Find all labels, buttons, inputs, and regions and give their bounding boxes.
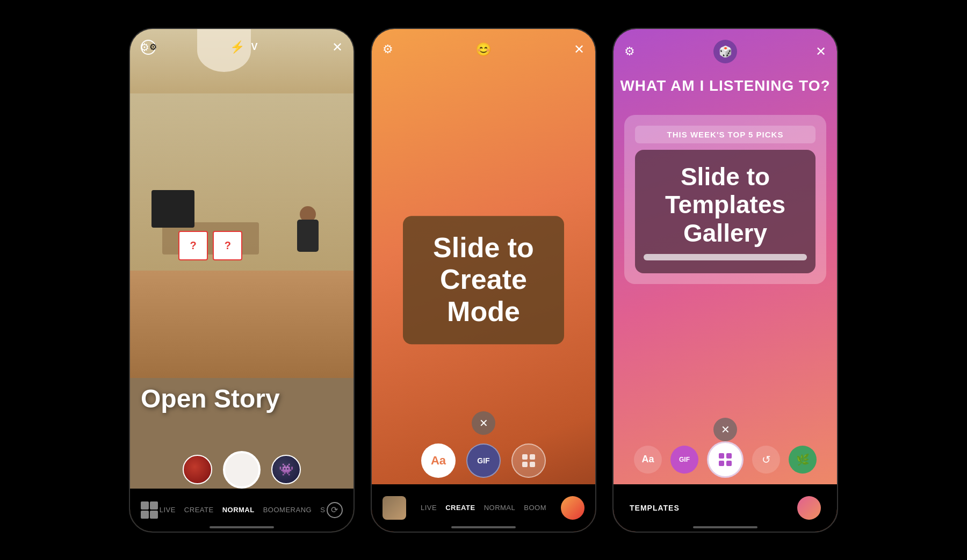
phone-3: ⚙ 🎲 ✕ WHAT AM I LISTENING TO? THIS WEEK'… [612, 28, 838, 533]
phone1-navbar: LIVE CREATE NORMAL BOOMERANG S ⟳ [130, 489, 353, 532]
layout-button[interactable] [511, 443, 546, 478]
what-listening-header: WHAT AM I LISTENING TO? [614, 77, 837, 94]
nav-mode-create[interactable]: CREATE [184, 506, 214, 514]
gif-button[interactable]: GIF [466, 443, 501, 478]
monitor [151, 190, 194, 228]
open-story-text: Open Story [141, 385, 343, 413]
gift-box-2 [213, 231, 242, 260]
gift-items [178, 231, 245, 263]
svg-rect-0 [522, 454, 528, 460]
nav-mode-create-2[interactable]: CREATE [445, 504, 475, 512]
svg-rect-3 [530, 462, 535, 467]
gear-icon[interactable]: ⚙ [383, 42, 393, 56]
phone1-screen: ⚙ ⚡ V ✕ Open Story 👾 LIVE CREATE NO [130, 29, 353, 532]
phone3-controls: Aa GIF ↺ 🌿 [614, 441, 837, 478]
phone2-screen: ⚙ 😊 ✕ Slide to Create Mode ✕ Aa GIF [372, 29, 595, 532]
templates-label[interactable]: TEMPLATES [630, 504, 680, 512]
slide-templates-text: Slide to Templates Gallery [644, 163, 807, 248]
slide-create-mode-box: Slide to Create Mode [403, 216, 564, 344]
phone2-navbar: LIVE CREATE NORMAL BOOM [372, 484, 595, 532]
svg-rect-5 [726, 453, 732, 459]
svg-rect-7 [726, 461, 732, 466]
phone2-controls: Aa GIF [372, 443, 595, 478]
dismiss-button-3[interactable]: ✕ [713, 418, 737, 441]
nav-mode-normal[interactable]: NORMAL [222, 506, 255, 514]
gif-button-3[interactable]: GIF [670, 446, 698, 474]
v-icon: V [251, 41, 257, 53]
svg-rect-4 [719, 453, 724, 459]
home-indicator-3 [693, 526, 757, 528]
rewind-button[interactable]: ↺ [752, 446, 780, 474]
nav-modes-2: LIVE CREATE NORMAL BOOM [421, 504, 546, 512]
home-indicator-2 [451, 526, 516, 528]
nav-mode-live[interactable]: LIVE [160, 506, 176, 514]
phone2-top-bar: ⚙ 😊 ✕ [372, 40, 595, 59]
floor [130, 271, 353, 378]
nav-mode-boomerang[interactable]: BOOMERANG [263, 506, 312, 514]
grid-icon[interactable] [141, 501, 158, 519]
nav-mode-live-2[interactable]: LIVE [421, 504, 437, 512]
svg-rect-1 [530, 454, 535, 460]
dismiss-button[interactable]: ✕ [472, 411, 495, 435]
gear-icon[interactable]: ⚙ [141, 40, 156, 55]
flash-icon[interactable]: ⚡ [230, 40, 244, 54]
close-icon[interactable]: ✕ [332, 40, 343, 55]
svg-rect-2 [522, 462, 528, 467]
nav-mode-s[interactable]: S [320, 506, 325, 514]
gift-box-1 [178, 231, 208, 260]
thumbnail[interactable] [383, 496, 406, 520]
phone3-screen: ⚙ 🎲 ✕ WHAT AM I LISTENING TO? THIS WEEK'… [614, 29, 837, 532]
slide-templates-box: Slide to Templates Gallery [635, 150, 816, 274]
dice-icon[interactable]: 🎲 [713, 40, 737, 63]
gear-icon-3[interactable]: ⚙ [624, 45, 635, 59]
office-background [130, 29, 353, 378]
leaf-button[interactable]: 🌿 [789, 446, 817, 474]
phone1-controls: 👾 [130, 451, 353, 489]
layout-button-3[interactable] [707, 441, 744, 478]
camera-flip-icon[interactable]: ⟳ [327, 502, 343, 518]
text-button[interactable]: Aa [421, 443, 456, 478]
phone1-top-bar: ⚙ ⚡ V ✕ [130, 40, 353, 55]
slide-create-text: Slide to Create Mode [414, 232, 553, 328]
top5-label: THIS WEEK'S TOP 5 PICKS [635, 126, 816, 143]
nav-mode-boom-2[interactable]: BOOM [524, 504, 546, 512]
phone-1: ⚙ ⚡ V ✕ Open Story 👾 LIVE CREATE NO [129, 28, 355, 533]
sticker-icon[interactable]: 😊 [474, 40, 493, 59]
close-icon-3[interactable]: ✕ [816, 44, 826, 59]
top5-card: THIS WEEK'S TOP 5 PICKS Slide to Templat… [624, 115, 826, 285]
close-icon[interactable]: ✕ [574, 42, 584, 57]
shutter-button[interactable] [223, 451, 261, 489]
avatar-2[interactable]: 👾 [271, 455, 301, 484]
progress-bar [644, 254, 807, 260]
color-swatch[interactable] [561, 496, 584, 520]
phone-2: ⚙ 😊 ✕ Slide to Create Mode ✕ Aa GIF [371, 28, 596, 533]
phone3-navbar: TEMPLATES [614, 484, 837, 532]
home-indicator [210, 526, 274, 528]
nav-mode-normal-2[interactable]: NORMAL [484, 504, 516, 512]
phone3-top-bar: ⚙ 🎲 ✕ [614, 40, 837, 63]
gradient-swatch[interactable] [797, 496, 821, 520]
svg-rect-6 [719, 461, 724, 466]
avatar-1[interactable] [183, 455, 212, 484]
person [294, 206, 321, 271]
text-button-3[interactable]: Aa [634, 446, 662, 474]
nav-modes: LIVE CREATE NORMAL BOOMERANG S [160, 506, 326, 514]
